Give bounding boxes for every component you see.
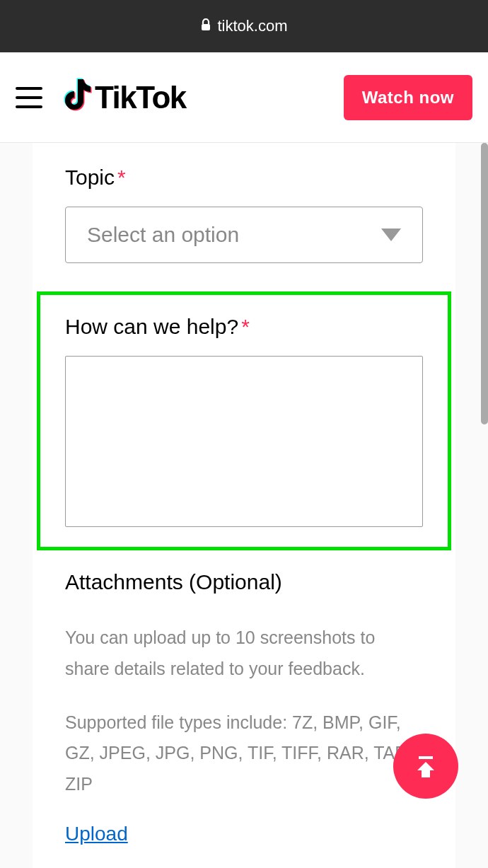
upload-link[interactable]: Upload	[65, 823, 128, 845]
browser-url-bar: tiktok.com	[0, 0, 488, 52]
attachments-title: Attachments (Optional)	[65, 570, 423, 594]
help-label-text: How can we help?	[65, 315, 238, 338]
scroll-to-top-button[interactable]	[393, 734, 458, 799]
tiktok-logo[interactable]: TikTok	[58, 78, 186, 117]
topic-field-group: Topic* Select an option	[65, 166, 423, 263]
svg-rect-1	[419, 756, 433, 759]
brand-text: TikTok	[95, 80, 186, 115]
tiktok-note-icon	[58, 78, 93, 117]
header-left: TikTok	[16, 78, 186, 117]
topic-label: Topic*	[65, 166, 423, 190]
topic-placeholder: Select an option	[87, 223, 239, 247]
hamburger-menu-icon[interactable]	[16, 87, 42, 108]
topic-label-text: Topic	[65, 166, 115, 189]
required-asterisk: *	[241, 315, 250, 338]
required-asterisk: *	[117, 166, 126, 189]
attachments-description-1: You can upload up to 10 screenshots to s…	[65, 623, 423, 685]
url-text: tiktok.com	[217, 17, 287, 35]
app-header: TikTok Watch now	[0, 52, 488, 143]
topic-select[interactable]: Select an option	[65, 207, 423, 263]
help-textarea[interactable]	[65, 356, 423, 527]
help-highlight-box: How can we help?*	[37, 291, 451, 550]
scrollbar[interactable]	[481, 143, 488, 424]
svg-rect-0	[202, 24, 210, 30]
lock-icon	[200, 18, 211, 35]
help-label: How can we help?*	[65, 315, 423, 339]
watch-now-button[interactable]: Watch now	[344, 75, 472, 120]
chevron-down-icon	[381, 228, 401, 241]
attachments-section: Attachments (Optional) You can upload up…	[65, 570, 423, 845]
form-card: Topic* Select an option How can we help?…	[33, 143, 455, 868]
arrow-up-icon	[412, 752, 440, 780]
attachments-description-2: Supported file types include: 7Z, BMP, G…	[65, 707, 423, 800]
